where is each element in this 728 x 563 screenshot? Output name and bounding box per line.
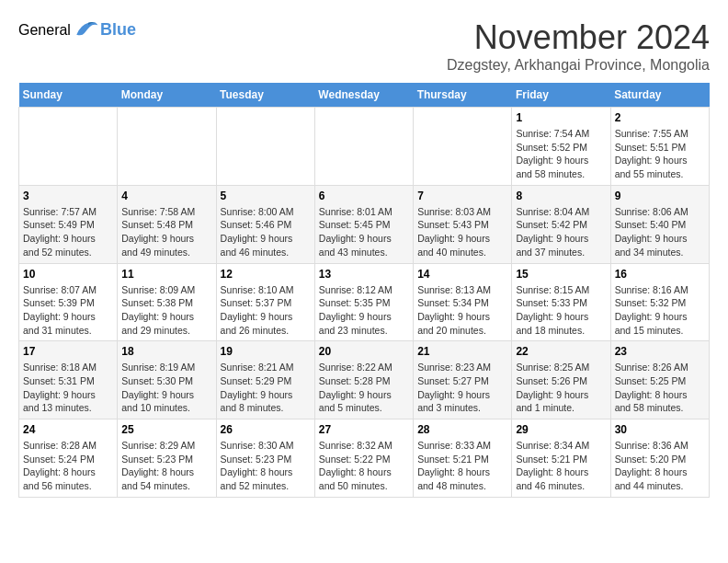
- day-info: Sunrise: 8:26 AMSunset: 5:25 PMDaylight:…: [615, 361, 705, 415]
- calendar-cell: 15Sunrise: 8:15 AMSunset: 5:33 PMDayligh…: [512, 263, 610, 341]
- day-number: 5: [221, 190, 311, 202]
- calendar-week-row: 3Sunrise: 7:57 AMSunset: 5:49 PMDaylight…: [19, 185, 710, 263]
- day-info: Sunrise: 7:57 AMSunset: 5:49 PMDaylight:…: [23, 205, 113, 259]
- page-header: General Blue November 2024 Dzegstey, Ark…: [18, 18, 710, 74]
- calendar-cell: 12Sunrise: 8:10 AMSunset: 5:37 PMDayligh…: [216, 263, 314, 341]
- calendar-cell: [314, 108, 413, 186]
- calendar-cell: [414, 108, 512, 186]
- day-number: 10: [23, 268, 113, 281]
- weekday-header-monday: Monday: [118, 83, 216, 108]
- day-info: Sunrise: 8:28 AMSunset: 5:24 PMDaylight:…: [23, 439, 113, 493]
- day-number: 11: [121, 268, 211, 281]
- calendar-week-row: 1Sunrise: 7:54 AMSunset: 5:52 PMDaylight…: [19, 108, 710, 186]
- calendar-cell: 30Sunrise: 8:36 AMSunset: 5:20 PMDayligh…: [610, 419, 709, 498]
- calendar-week-row: 24Sunrise: 8:28 AMSunset: 5:24 PMDayligh…: [19, 419, 710, 498]
- calendar-week-row: 10Sunrise: 8:07 AMSunset: 5:39 PMDayligh…: [19, 263, 710, 341]
- day-number: 24: [23, 423, 113, 436]
- calendar-cell: 22Sunrise: 8:25 AMSunset: 5:26 PMDayligh…: [512, 341, 610, 419]
- day-info: Sunrise: 7:58 AMSunset: 5:48 PMDaylight:…: [121, 205, 211, 259]
- calendar-cell: 27Sunrise: 8:32 AMSunset: 5:22 PMDayligh…: [314, 419, 413, 498]
- calendar-cell: 7Sunrise: 8:03 AMSunset: 5:43 PMDaylight…: [414, 185, 512, 263]
- calendar-cell: 28Sunrise: 8:33 AMSunset: 5:21 PMDayligh…: [414, 419, 512, 498]
- day-number: 23: [615, 345, 705, 358]
- day-info: Sunrise: 8:33 AMSunset: 5:21 PMDaylight:…: [417, 439, 507, 493]
- calendar-cell: 8Sunrise: 8:04 AMSunset: 5:42 PMDaylight…: [512, 185, 610, 263]
- day-number: 20: [319, 345, 409, 358]
- day-number: 14: [417, 268, 507, 281]
- calendar-cell: 19Sunrise: 8:21 AMSunset: 5:29 PMDayligh…: [216, 341, 314, 419]
- calendar-cell: 9Sunrise: 8:06 AMSunset: 5:40 PMDaylight…: [610, 185, 709, 263]
- day-info: Sunrise: 7:55 AMSunset: 5:51 PMDaylight:…: [615, 127, 705, 181]
- calendar-cell: 20Sunrise: 8:22 AMSunset: 5:28 PMDayligh…: [314, 341, 413, 419]
- day-number: 15: [516, 268, 606, 281]
- day-number: 19: [221, 345, 311, 358]
- weekday-header-friday: Friday: [512, 83, 610, 108]
- day-number: 22: [516, 345, 606, 358]
- day-info: Sunrise: 8:07 AMSunset: 5:39 PMDaylight:…: [23, 283, 113, 338]
- day-number: 17: [23, 345, 113, 358]
- day-number: 26: [221, 423, 311, 436]
- calendar-cell: 26Sunrise: 8:30 AMSunset: 5:23 PMDayligh…: [216, 419, 314, 498]
- day-number: 3: [23, 190, 113, 202]
- day-info: Sunrise: 8:23 AMSunset: 5:27 PMDaylight:…: [417, 361, 507, 415]
- day-info: Sunrise: 8:04 AMSunset: 5:42 PMDaylight:…: [516, 205, 606, 259]
- day-number: 12: [221, 268, 311, 281]
- day-number: 16: [615, 268, 705, 281]
- calendar-cell: 13Sunrise: 8:12 AMSunset: 5:35 PMDayligh…: [314, 263, 413, 341]
- day-info: Sunrise: 8:34 AMSunset: 5:21 PMDaylight:…: [516, 439, 606, 493]
- calendar-cell: 6Sunrise: 8:01 AMSunset: 5:45 PMDaylight…: [314, 185, 413, 263]
- logo-general: General: [18, 22, 71, 39]
- calendar-cell: 2Sunrise: 7:55 AMSunset: 5:51 PMDaylight…: [610, 108, 709, 186]
- weekday-header-sunday: Sunday: [19, 83, 118, 108]
- calendar-cell: 21Sunrise: 8:23 AMSunset: 5:27 PMDayligh…: [414, 341, 512, 419]
- day-info: Sunrise: 8:13 AMSunset: 5:34 PMDaylight:…: [417, 283, 507, 338]
- day-number: 30: [615, 423, 705, 436]
- day-number: 21: [417, 345, 507, 358]
- calendar-cell: 1Sunrise: 7:54 AMSunset: 5:52 PMDaylight…: [512, 108, 610, 186]
- calendar-cell: 23Sunrise: 8:26 AMSunset: 5:25 PMDayligh…: [610, 341, 709, 419]
- day-info: Sunrise: 8:00 AMSunset: 5:46 PMDaylight:…: [221, 205, 311, 259]
- day-info: Sunrise: 8:19 AMSunset: 5:30 PMDaylight:…: [121, 361, 211, 415]
- calendar-header-row: SundayMondayTuesdayWednesdayThursdayFrid…: [19, 83, 710, 108]
- day-number: 6: [319, 190, 409, 202]
- day-number: 28: [417, 423, 507, 436]
- calendar-cell: 16Sunrise: 8:16 AMSunset: 5:32 PMDayligh…: [610, 263, 709, 341]
- day-number: 1: [516, 111, 606, 124]
- day-info: Sunrise: 7:54 AMSunset: 5:52 PMDaylight:…: [516, 127, 606, 181]
- calendar-cell: 29Sunrise: 8:34 AMSunset: 5:21 PMDayligh…: [512, 419, 610, 498]
- calendar-cell: 24Sunrise: 8:28 AMSunset: 5:24 PMDayligh…: [19, 419, 118, 498]
- calendar-cell: 17Sunrise: 8:18 AMSunset: 5:31 PMDayligh…: [19, 341, 118, 419]
- day-number: 29: [516, 423, 606, 436]
- calendar-cell: [19, 108, 118, 186]
- logo-bird-icon: [73, 18, 100, 41]
- day-info: Sunrise: 8:16 AMSunset: 5:32 PMDaylight:…: [615, 283, 705, 338]
- calendar-cell: 3Sunrise: 7:57 AMSunset: 5:49 PMDaylight…: [19, 185, 118, 263]
- day-info: Sunrise: 8:32 AMSunset: 5:22 PMDaylight:…: [319, 439, 409, 493]
- calendar-cell: [118, 108, 216, 186]
- weekday-header-saturday: Saturday: [610, 83, 709, 108]
- month-year-title: November 2024: [447, 18, 710, 57]
- day-number: 13: [319, 268, 409, 281]
- day-info: Sunrise: 8:01 AMSunset: 5:45 PMDaylight:…: [319, 205, 409, 259]
- day-number: 2: [615, 111, 705, 124]
- calendar-cell: 18Sunrise: 8:19 AMSunset: 5:30 PMDayligh…: [118, 341, 216, 419]
- title-section: November 2024 Dzegstey, Arkhangai Provin…: [447, 18, 710, 74]
- logo-blue: Blue: [100, 20, 136, 40]
- weekday-header-wednesday: Wednesday: [314, 83, 413, 108]
- calendar-cell: 14Sunrise: 8:13 AMSunset: 5:34 PMDayligh…: [414, 263, 512, 341]
- location-subtitle: Dzegstey, Arkhangai Province, Mongolia: [447, 57, 710, 74]
- day-number: 18: [121, 345, 211, 358]
- day-info: Sunrise: 8:22 AMSunset: 5:28 PMDaylight:…: [319, 361, 409, 415]
- day-number: 7: [417, 190, 507, 202]
- calendar-cell: 25Sunrise: 8:29 AMSunset: 5:23 PMDayligh…: [118, 419, 216, 498]
- day-info: Sunrise: 8:30 AMSunset: 5:23 PMDaylight:…: [221, 439, 311, 493]
- calendar-table: SundayMondayTuesdayWednesdayThursdayFrid…: [18, 83, 710, 498]
- day-info: Sunrise: 8:25 AMSunset: 5:26 PMDaylight:…: [516, 361, 606, 415]
- calendar-cell: 11Sunrise: 8:09 AMSunset: 5:38 PMDayligh…: [118, 263, 216, 341]
- calendar-cell: 5Sunrise: 8:00 AMSunset: 5:46 PMDaylight…: [216, 185, 314, 263]
- day-info: Sunrise: 8:36 AMSunset: 5:20 PMDaylight:…: [615, 439, 705, 493]
- logo: General Blue: [18, 18, 136, 41]
- weekday-header-tuesday: Tuesday: [216, 83, 314, 108]
- calendar-cell: [216, 108, 314, 186]
- day-number: 27: [319, 423, 409, 436]
